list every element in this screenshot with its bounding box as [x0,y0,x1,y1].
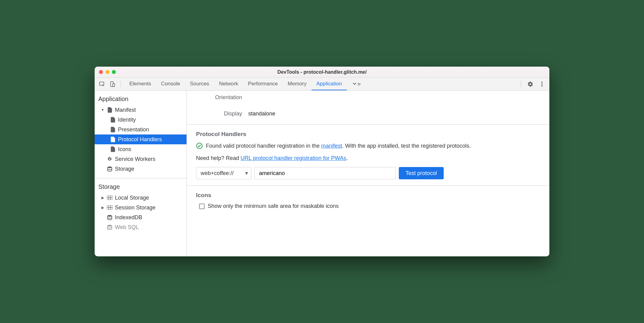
checkbox-icon[interactable] [199,204,205,209]
svg-point-4 [541,84,543,85]
close-window-button[interactable] [99,70,103,74]
chevron-down-icon: ▾ [245,170,248,177]
maskable-icons-checkbox-row[interactable]: Show only the minimum safe area for mask… [196,203,540,209]
sidebar-item-storage[interactable]: Storage [95,164,187,174]
file-icon [107,107,112,113]
sidebar-item-label: Session Storage [115,204,155,211]
content-area: Application ▼ Manifest Identity Presenta… [95,91,549,256]
tab-elements[interactable]: Elements [124,78,156,90]
sidebar-item-icons[interactable]: Icons [95,144,187,154]
chevron-right-icon: ▶ [101,196,104,200]
sidebar-item-service-workers[interactable]: Service Workers [95,154,187,164]
status-suffix: . With the app installed, test the regis… [342,143,471,149]
toolbar: Elements Console Sources Network Perform… [95,78,549,91]
svg-point-15 [108,215,112,217]
file-icon [110,127,116,132]
svg-point-5 [541,85,543,87]
sidebar-item-label: Manifest [115,107,136,113]
manifest-link[interactable]: manifest [321,143,342,149]
sidebar-item-label: Web SQL [115,224,139,231]
display-label: Display [196,111,248,117]
protocol-select-value: web+coffee:// [201,170,234,177]
sidebar-item-label: Storage [115,166,134,172]
sidebar-item-label: Identity [118,117,136,123]
database-icon [107,224,112,230]
traffic-lights [95,70,116,74]
svg-point-16 [108,225,112,227]
sidebar-section-application: Application ▼ Manifest Identity Presenta… [95,94,187,178]
tab-console[interactable]: Console [156,78,185,90]
tab-application[interactable]: Application [312,78,347,90]
tab-sources[interactable]: Sources [185,78,214,90]
protocol-handlers-heading: Protocol Handlers [196,131,540,138]
database-icon [107,215,112,220]
checkbox-label: Show only the minimum safe area for mask… [208,203,339,209]
toolbar-divider [120,81,121,88]
svg-rect-2 [113,84,115,87]
tab-memory[interactable]: Memory [283,78,311,90]
orientation-label: Orientation [196,94,248,101]
sidebar-heading-application: Application [95,94,187,105]
database-icon [107,166,112,172]
sidebar-heading-storage: Storage [95,181,187,193]
svg-point-6 [108,166,112,168]
inspect-element-icon[interactable] [98,80,106,88]
tab-network[interactable]: Network [214,78,243,90]
more-options-icon[interactable] [538,80,546,88]
test-protocol-button[interactable]: Test protocol [399,167,444,179]
sidebar-item-manifest[interactable]: ▼ Manifest [95,105,187,115]
sidebar: Application ▼ Manifest Identity Presenta… [95,91,187,256]
sidebar-item-label: Icons [118,146,131,153]
minimize-window-button[interactable] [105,70,109,74]
table-icon [107,205,112,210]
panel-tabs: Elements Console Sources Network Perform… [124,78,366,90]
icons-heading: Icons [196,192,540,199]
check-circle-icon [196,142,203,149]
sidebar-item-web-sql[interactable]: Web SQL [95,222,187,232]
toolbar-divider [521,81,521,88]
status-text: Found valid protocol handler registratio… [206,142,471,150]
sidebar-item-session-storage[interactable]: ▶ Session Storage [95,203,187,212]
sidebar-item-indexeddb[interactable]: IndexedDB [95,212,187,222]
status-prefix: Found valid protocol handler registratio… [206,143,321,149]
file-icon [110,117,116,123]
sidebar-item-local-storage[interactable]: ▶ Local Storage [95,193,187,203]
sidebar-item-identity[interactable]: Identity [95,115,187,125]
orientation-row: Orientation [187,92,549,103]
gear-icon [107,156,112,162]
help-suffix: . [346,155,348,161]
svg-point-3 [541,82,543,83]
sidebar-item-label: Local Storage [115,195,149,201]
settings-icon[interactable] [526,80,535,88]
sidebar-section-storage: Storage ▶ Local Storage ▶ Session Storag… [95,181,187,236]
sidebar-item-protocol-handlers[interactable]: Protocol Handlers [95,134,187,144]
help-link[interactable]: URL protocol handler registration for PW… [241,155,346,161]
table-icon [107,195,112,200]
sidebar-item-presentation[interactable]: Presentation [95,125,187,134]
help-text: Need help? Read URL protocol handler reg… [196,155,540,162]
toggle-device-toolbar-icon[interactable] [108,80,117,88]
display-value: standalone [248,111,275,117]
devtools-window: DevTools - protocol-handler.glitch.me/ E… [95,67,549,256]
zoom-window-button[interactable] [112,70,116,74]
protocol-test-form: web+coffee:// ▾ Test protocol [196,167,540,179]
window-title: DevTools - protocol-handler.glitch.me/ [277,69,367,75]
protocol-select[interactable]: web+coffee:// ▾ [196,167,251,179]
status-message: Found valid protocol handler registratio… [196,142,540,150]
tab-performance[interactable]: Performance [243,78,283,90]
display-row: Display standalone [187,109,549,119]
svg-rect-0 [100,82,104,85]
file-icon [110,146,116,152]
sidebar-item-label: IndexedDB [115,214,142,221]
sidebar-item-label: Protocol Handlers [118,136,162,143]
icons-section: Icons Show only the minimum safe area fo… [187,185,549,216]
help-prefix: Need help? Read [196,155,241,161]
main-panel: Orientation Display standalone Protocol … [187,91,549,256]
chevron-down-icon: ▼ [101,108,104,112]
more-tabs-button[interactable]: » [347,78,366,90]
titlebar: DevTools - protocol-handler.glitch.me/ [95,67,549,78]
file-icon [110,137,116,142]
chevron-right-icon: ▶ [101,205,104,210]
protocol-path-input[interactable] [254,167,396,179]
protocol-handlers-section: Protocol Handlers Found valid protocol h… [187,124,549,185]
